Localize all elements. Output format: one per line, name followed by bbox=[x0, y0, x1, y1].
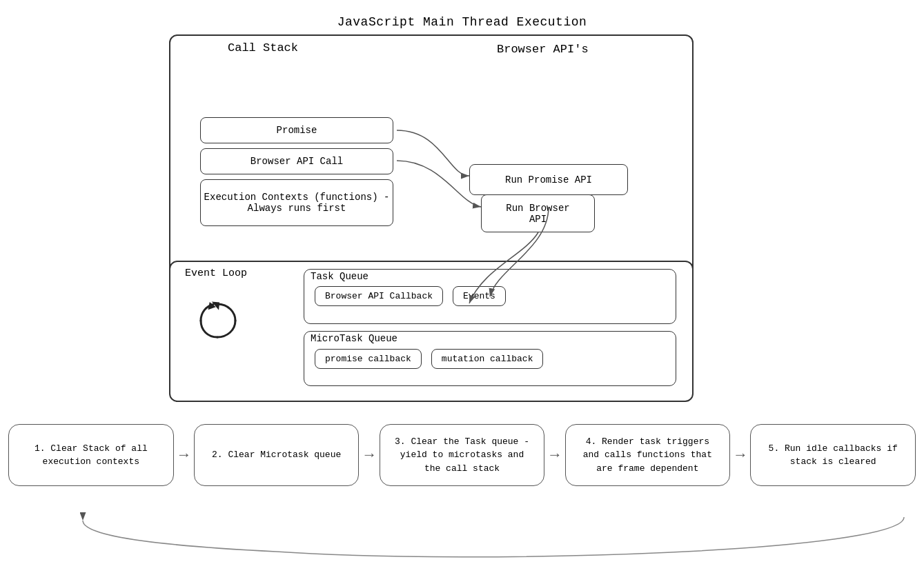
browser-api-call-box: Browser API Call bbox=[200, 148, 393, 174]
exec-context-text: Execution Contexts (functions) -Always r… bbox=[204, 192, 390, 214]
run-promise-api-box: Run Promise API bbox=[469, 164, 628, 195]
browser-apis-label: Browser API's bbox=[497, 43, 589, 56]
step-1-box: 1. Clear Stack of all execution contexts bbox=[8, 424, 174, 486]
promise-box: Promise bbox=[200, 117, 393, 143]
mutation-callback-item: mutation callback bbox=[431, 349, 544, 369]
step-3-box: 3. Clear the Task queue - yield to micro… bbox=[380, 424, 545, 486]
arrow-4-5: → bbox=[736, 447, 745, 464]
task-queue-items: Browser API Callback Events bbox=[315, 286, 506, 306]
arrow-2-3: → bbox=[364, 447, 373, 464]
promise-callback-item: promise callback bbox=[315, 349, 422, 369]
diagram-container: JavaScript Main Thread Execution Call St… bbox=[0, 0, 924, 584]
step-5-box: 5. Run idle callbacks if stack is cleare… bbox=[750, 424, 916, 486]
step-2-box: 2. Clear Microtask queue bbox=[194, 424, 360, 486]
main-title: JavaScript Main Thread Execution bbox=[337, 15, 587, 29]
browser-api-callback-item: Browser API Callback bbox=[315, 286, 443, 306]
arrow-1-2: → bbox=[179, 447, 188, 464]
run-browser-api-text: Run BrowserAPI bbox=[506, 203, 569, 225]
event-loop-label: Event Loop bbox=[185, 268, 247, 279]
step-3-text: 3. Clear the Task queue - yield to micro… bbox=[390, 435, 535, 476]
task-queue-label: Task Queue bbox=[311, 271, 368, 282]
step-5-text: 5. Run idle callbacks if stack is cleare… bbox=[760, 442, 905, 469]
run-browser-api-box: Run BrowserAPI bbox=[481, 194, 595, 232]
events-item: Events bbox=[453, 286, 506, 306]
microtask-queue-label: MicroTask Queue bbox=[311, 333, 397, 344]
event-loop-icon bbox=[190, 293, 245, 348]
step-4-text: 4. Render task triggers and calls functi… bbox=[576, 435, 720, 476]
steps-row: 1. Clear Stack of all execution contexts… bbox=[8, 424, 916, 486]
arrow-3-4: → bbox=[550, 447, 559, 464]
step-1-text: 1. Clear Stack of all execution contexts bbox=[19, 442, 164, 469]
call-stack-label: Call Stack bbox=[228, 41, 298, 54]
microtask-queue-items: promise callback mutation callback bbox=[315, 349, 543, 369]
step-2-text: 2. Clear Microtask queue bbox=[212, 448, 341, 462]
exec-context-box: Execution Contexts (functions) -Always r… bbox=[200, 179, 393, 226]
step-4-box: 4. Render task triggers and calls functi… bbox=[565, 424, 731, 486]
